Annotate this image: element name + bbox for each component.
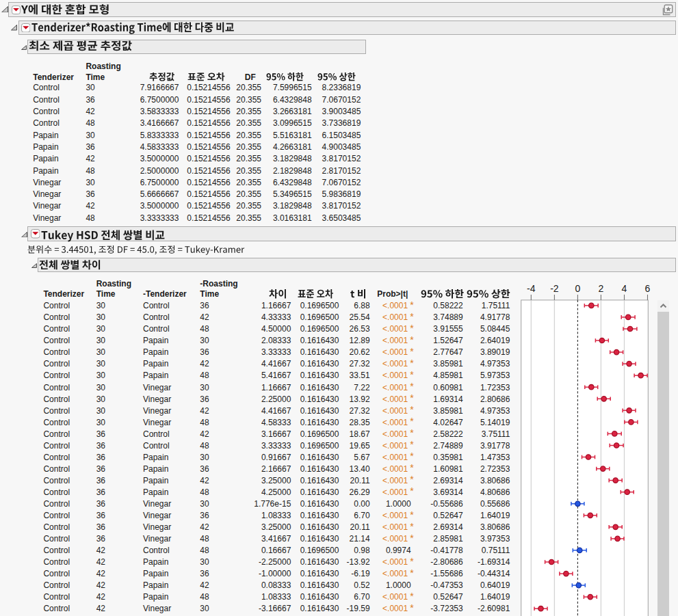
svg-text:-2: -2 [550,283,559,294]
svg-text:6: 6 [645,283,651,294]
svg-text:2: 2 [599,283,604,294]
svg-text:-4: -4 [527,283,536,294]
svg-text:4: 4 [622,283,627,294]
svg-text:0: 0 [575,283,581,294]
